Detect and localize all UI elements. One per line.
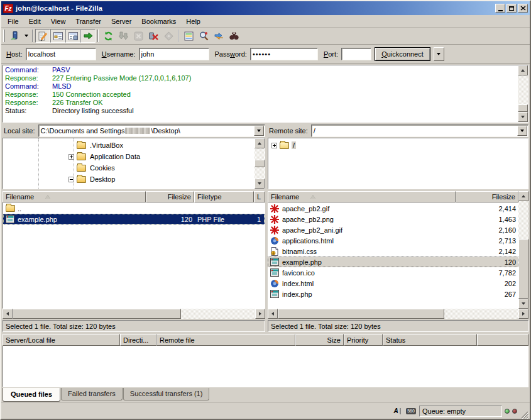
find-files-button[interactable] [226,29,241,43]
binoculars-icon [229,31,239,41]
scroll-left-button[interactable] [268,309,278,319]
tree-item-cookies[interactable]: Cookies [3,162,255,174]
toggle-transfer-queue-button[interactable] [80,29,96,43]
toolbar-grip[interactable] [3,30,5,42]
filename-filters-button[interactable] [181,29,196,43]
column-header-filename[interactable]: Filename [268,191,456,202]
column-header-server-local-file[interactable]: Server/Local file [3,334,120,346]
password-input[interactable] [250,48,318,60]
scroll-right-button[interactable] [255,309,265,319]
cancel-button[interactable] [131,29,146,43]
column-header-filetype[interactable]: Filetype [194,191,254,202]
minimize-button[interactable] [495,4,505,13]
local-list-hscrollbar[interactable] [3,309,265,319]
remote-path-combo[interactable]: / [311,124,528,137]
site-manager-dropdown-button[interactable] [22,29,30,43]
file-row-example-php[interactable]: example.php 120 PHP File 1 [3,214,265,224]
menu-item-bookmarks[interactable]: Bookmarks [136,16,181,26]
tab-queued-files[interactable]: Queued files [3,388,60,402]
toggle-message-log-button[interactable] [35,29,50,43]
reconnect-button[interactable] [161,29,176,43]
menu-item-view[interactable]: View [46,16,71,26]
port-input[interactable] [341,48,371,60]
column-header-status[interactable]: Status [383,334,477,346]
titlebar[interactable]: Fz john@localhost - FileZilla [1,1,530,15]
quickconnect-button[interactable]: Quickconnect [375,47,430,61]
column-header-direction[interactable]: Directi... [120,334,156,346]
scroll-right-button[interactable] [518,309,528,319]
menu-item-edit[interactable]: Edit [24,16,46,26]
tree-item-application-data[interactable]: Application Data [3,151,255,162]
local-path-dropdown-button[interactable] [254,126,264,136]
scrollbar-thumb[interactable] [518,104,528,112]
message-log-lines: Command:PASV Response:227 Entering Passi… [3,65,518,122]
resize-grip[interactable] [520,410,528,419]
scroll-up-button[interactable] [518,191,528,201]
scroll-up-button[interactable] [255,138,265,148]
synchronized-browsing-button[interactable] [211,29,226,43]
file-row[interactable]: index.html 202 [268,278,518,289]
scrollbar-thumb[interactable] [518,239,528,299]
tree-item-desktop[interactable]: Desktop [3,174,255,185]
menu-item-file[interactable]: File [3,16,24,26]
expander-plus-icon[interactable] [271,143,277,148]
remote-path-dropdown-button[interactable] [517,126,527,136]
column-header-remote-file[interactable]: Remote file [156,334,295,346]
file-row-parent-dir[interactable]: .. [3,203,265,214]
remote-list-hscrollbar[interactable] [268,309,528,319]
message-log-scrollbar[interactable] [518,65,528,122]
scroll-up-button[interactable] [518,65,528,75]
menu-item-transfer[interactable]: Transfer [70,16,106,26]
speed-limits-icon[interactable]: 560 [405,406,417,416]
file-row-example-php[interactable]: example.php 120 [268,257,518,267]
host-input[interactable] [26,48,96,60]
file-row[interactable]: apache_pb2_ani.gif 2,160 [268,224,518,235]
file-row[interactable]: apache_pb2.gif 2,414 [268,203,518,214]
local-tree-scrollbar[interactable] [255,138,265,189]
quickconnect-dropdown-button[interactable] [434,47,444,61]
tree-item-virtualbox[interactable]: .VirtualBox [3,140,255,151]
folder-icon [77,142,86,149]
queue-list[interactable] [3,346,528,387]
column-header-size[interactable]: Size [295,334,344,346]
scroll-left-button[interactable] [3,309,13,319]
menu-item-help[interactable]: Help [181,16,205,26]
toggle-remote-treeview-button[interactable] [65,29,80,43]
message-log: Command:PASV Response:227 Entering Passi… [3,65,528,123]
file-row[interactable]: applications.html 2,713 [268,235,518,246]
file-row[interactable]: index.php 267 [268,289,518,299]
tree-item-root[interactable]: / [268,140,528,151]
expander-plus-icon[interactable] [68,154,74,160]
toggle-local-treeview-button[interactable] [50,29,65,43]
scroll-down-button[interactable] [518,299,528,309]
scroll-down-button[interactable] [255,179,265,189]
file-row[interactable]: bitnami.css 2,142 [268,246,518,257]
username-input[interactable] [139,48,209,60]
tab-failed-transfers[interactable]: Failed transfers [61,388,123,401]
scrollbar-thumb[interactable] [13,309,181,319]
remote-list-scrollbar[interactable] [518,191,528,309]
activity-led-red [512,409,517,414]
directory-comparison-button[interactable] [196,29,211,43]
close-button[interactable] [518,4,528,13]
expander-minus-icon[interactable] [68,177,74,182]
site-manager-button[interactable] [7,29,22,43]
column-header-filename[interactable]: Filename [3,191,146,202]
disconnect-button[interactable] [146,29,161,43]
column-header-filesize[interactable]: Filesize [146,191,194,202]
refresh-button[interactable] [101,29,116,43]
menu-item-server[interactable]: Server [106,16,136,26]
column-header-priority[interactable]: Priority [344,334,383,346]
scrollbar-thumb[interactable] [278,309,444,319]
maximize-button[interactable] [506,4,517,13]
column-header-lastmodified[interactable]: L [254,191,265,202]
file-row[interactable]: apache_pb2.png 1,463 [268,214,518,224]
file-row[interactable]: favicon.ico 7,782 [268,267,518,278]
scroll-down-button[interactable] [518,112,528,122]
local-path-combo[interactable]: C:\Documents and Settings\Desktop\ [38,124,265,137]
scrollbar-thumb[interactable] [255,160,265,167]
tab-successful-transfers[interactable]: Successful transfers (1) [123,388,210,401]
data-type-indicator-icon[interactable]: A [391,406,403,416]
column-header-filesize[interactable]: Filesize [456,191,518,202]
process-queue-button[interactable] [116,29,131,43]
